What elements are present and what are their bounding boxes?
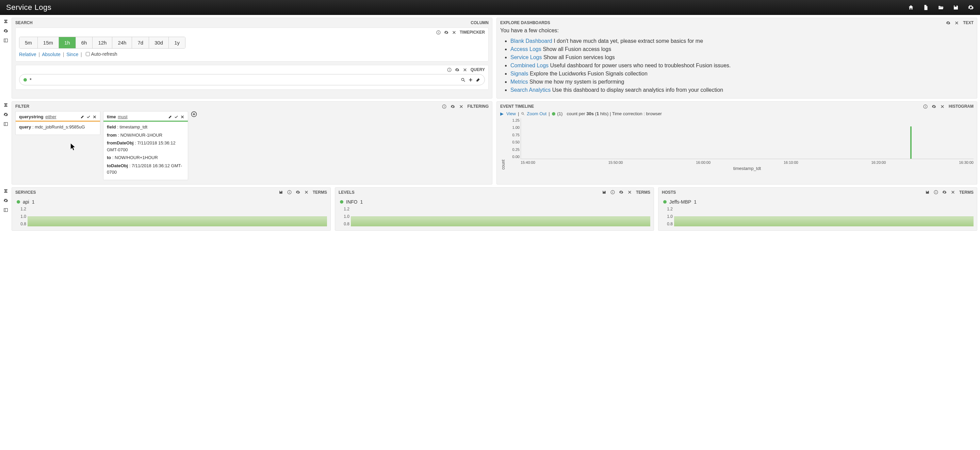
explore-link[interactable]: Combined Logs: [511, 63, 549, 68]
timepicker-option-24h[interactable]: 24h: [112, 37, 132, 48]
histogram-view-link[interactable]: View: [506, 111, 516, 116]
timepicker-option-1h[interactable]: 1h: [59, 37, 76, 48]
info-icon[interactable]: [447, 68, 452, 72]
subpanel-label: QUERY: [471, 67, 485, 72]
gear-icon[interactable]: [932, 105, 936, 109]
info-icon[interactable]: [287, 190, 292, 195]
row-settings-icon[interactable]: [3, 198, 8, 203]
gear-icon[interactable]: [942, 190, 947, 195]
terms-bar[interactable]: [351, 217, 650, 227]
row-add-panel-icon[interactable]: [3, 38, 8, 43]
panel-type-label: COLUMN: [471, 21, 488, 25]
explore-intro: You have a few choices:: [500, 27, 974, 34]
timepicker-since-link[interactable]: Since: [66, 52, 78, 57]
gear-icon[interactable]: [946, 21, 950, 25]
save-icon[interactable]: [925, 190, 930, 195]
save-icon[interactable]: [953, 5, 959, 11]
timepicker-option-5m[interactable]: 5m: [19, 37, 38, 48]
histogram-plot[interactable]: 1.251.000.750.500.250.00: [520, 118, 974, 159]
zoom-out-icon[interactable]: [521, 112, 525, 116]
settings-icon[interactable]: [968, 5, 974, 11]
terms-plot[interactable]: 1.21.00.8: [351, 207, 650, 227]
panel-type-label: TEXT: [963, 21, 974, 25]
close-icon[interactable]: [951, 190, 955, 195]
filter-card-querystring: querystring either query : mdc_jobRunId_…: [15, 111, 100, 135]
gear-icon[interactable]: [450, 105, 455, 109]
histogram-xlabel: timestamp_tdt: [520, 166, 974, 171]
add-filter-icon[interactable]: [191, 111, 197, 117]
timepicker-option-30d[interactable]: 30d: [149, 37, 169, 48]
terms-bar[interactable]: [27, 217, 327, 227]
timepicker-option-15m[interactable]: 15m: [38, 37, 59, 48]
autorefresh-input[interactable]: [86, 52, 90, 56]
explore-link[interactable]: Access Logs: [511, 46, 541, 52]
gear-icon[interactable]: [455, 68, 460, 72]
timepicker-absolute-link[interactable]: Absolute: [42, 52, 60, 57]
explore-link[interactable]: Search Analytics: [511, 87, 550, 93]
timepicker-option-1y[interactable]: 1y: [169, 37, 185, 48]
terms-bar[interactable]: [674, 217, 974, 227]
subpanel-label: TIMEPICKER: [460, 30, 485, 35]
panel-type-label: TERMS: [636, 190, 650, 195]
row-add-panel-icon[interactable]: [3, 122, 8, 127]
info-icon[interactable]: [934, 190, 938, 195]
toggle-icon[interactable]: [174, 115, 178, 119]
explore-link[interactable]: Signals: [511, 71, 528, 76]
home-icon[interactable]: [908, 5, 914, 11]
row-controls: [0, 185, 11, 231]
query-input[interactable]: [30, 77, 458, 82]
close-icon[interactable]: [304, 190, 309, 195]
close-icon[interactable]: [627, 190, 632, 195]
close-icon[interactable]: [463, 68, 467, 72]
close-icon[interactable]: [955, 21, 959, 25]
close-icon[interactable]: [940, 105, 945, 109]
row-collapse-icon[interactable]: [3, 19, 8, 24]
row-settings-icon[interactable]: [3, 112, 8, 117]
explore-item: Metrics Show me how my system is perform…: [511, 78, 974, 86]
panel-title: EVENT TIMELINE: [500, 104, 534, 109]
explore-link[interactable]: Service Logs: [511, 54, 542, 60]
panel-type-label: FILTERING: [468, 104, 488, 109]
row-collapse-icon[interactable]: [3, 189, 8, 193]
close-icon[interactable]: [459, 105, 463, 109]
terms-legend-name: INFO: [346, 199, 357, 204]
row-collapse-icon[interactable]: [3, 103, 8, 108]
histogram-zoom-link[interactable]: Zoom Out: [527, 111, 546, 116]
info-icon[interactable]: [436, 30, 441, 35]
save-icon[interactable]: [602, 190, 606, 195]
row-settings-icon[interactable]: [3, 29, 8, 33]
gear-icon[interactable]: [296, 190, 300, 195]
timepicker-subpanel: TIMEPICKER 5m15m1h6h12h24h7d30d1y Relati…: [15, 27, 488, 62]
folder-open-icon[interactable]: [938, 5, 944, 11]
add-query-icon[interactable]: [468, 78, 473, 82]
edit-icon[interactable]: [168, 115, 172, 119]
search-icon[interactable]: [461, 78, 466, 82]
terms-plot[interactable]: 1.21.00.8: [27, 207, 327, 227]
remove-icon[interactable]: [92, 115, 97, 119]
row-add-panel-icon[interactable]: [3, 208, 8, 212]
remove-icon[interactable]: [180, 115, 185, 119]
autorefresh-checkbox[interactable]: Auto-refresh: [86, 51, 118, 57]
terms-plot[interactable]: 1.21.00.8: [674, 207, 974, 227]
gear-icon[interactable]: [619, 190, 624, 195]
toggle-icon[interactable]: [86, 115, 91, 119]
timepicker-option-12h[interactable]: 12h: [92, 37, 112, 48]
explore-link[interactable]: Metrics: [511, 79, 528, 85]
close-icon[interactable]: [452, 30, 456, 35]
top-navbar: Service Logs: [0, 0, 980, 15]
clear-query-icon[interactable]: [476, 78, 480, 82]
histogram-bar[interactable]: [910, 127, 912, 159]
timepicker-option-7d[interactable]: 7d: [132, 37, 149, 48]
gear-icon[interactable]: [444, 30, 449, 35]
timepicker-relative-link[interactable]: Relative: [19, 52, 37, 57]
edit-icon[interactable]: [80, 115, 84, 119]
info-icon[interactable]: [611, 190, 615, 195]
panel-title: EXPLORE DASHBOARDS: [500, 21, 550, 25]
explore-link[interactable]: Blank Dashboard: [511, 38, 552, 44]
save-icon[interactable]: [279, 190, 283, 195]
timepicker-option-6h[interactable]: 6h: [76, 37, 93, 48]
new-file-icon[interactable]: [923, 5, 929, 11]
info-icon[interactable]: [442, 105, 447, 109]
info-icon[interactable]: [923, 105, 928, 109]
histogram-xticks: 15:40:0015:50:0016:00:0016:10:0016:20:00…: [520, 159, 974, 165]
